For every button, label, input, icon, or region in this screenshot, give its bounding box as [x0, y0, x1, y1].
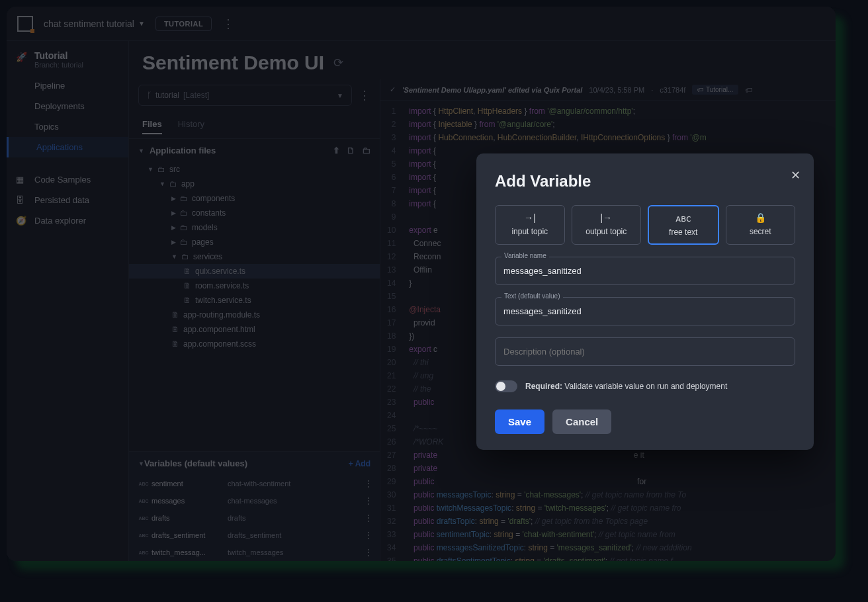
- file-app-routing.module.ts[interactable]: 🗎app-routing.module.ts: [129, 308, 380, 322]
- folder-app[interactable]: ▼🗀app: [129, 177, 380, 191]
- topbar: chat sentiment tutorial ▼ TUTORIAL ⋮: [7, 7, 836, 41]
- folder-constants[interactable]: ▶🗀constants: [129, 206, 380, 220]
- check-icon: ✓: [390, 85, 396, 94]
- logo-icon: [17, 16, 33, 32]
- chevron-down-icon: ▼: [337, 92, 343, 99]
- branch-select[interactable]: ᚴ tutorial [Latest] ▼: [138, 85, 352, 106]
- branch-name: tutorial: [155, 91, 179, 100]
- type-input-topic[interactable]: →|input topic: [495, 205, 565, 245]
- type-secret[interactable]: 🔒secret: [726, 205, 796, 245]
- variable-row[interactable]: ABCtwitch_messag...twitch_messages⋮: [129, 544, 380, 561]
- sidebar-item-topics[interactable]: Topics: [7, 116, 128, 137]
- sidebar-item-deployments[interactable]: Deployments: [7, 96, 128, 116]
- folder-src[interactable]: ▼🗀src: [129, 162, 380, 177]
- tag-icon[interactable]: 🏷 Tutorial...: [692, 85, 738, 95]
- refresh-icon[interactable]: ⟳: [333, 56, 343, 70]
- commit-message: 'Sentiment Demo UI/app.yaml' edited via …: [402, 86, 582, 94]
- branch-icon: ᚴ: [147, 91, 152, 100]
- close-icon[interactable]: ✕: [791, 168, 801, 183]
- upload-icon[interactable]: ⬆: [333, 146, 340, 155]
- type-output-topic[interactable]: |→output topic: [572, 205, 642, 245]
- folder-pages[interactable]: ▶🗀pages: [129, 235, 380, 249]
- sidebar-title: Tutorial: [34, 50, 119, 61]
- commit-date: 10/4/23, 5:58 PM: [589, 86, 644, 94]
- type-free-text[interactable]: ᴀʙᴄfree text: [648, 205, 719, 245]
- branch-tag: [Latest]: [183, 91, 209, 100]
- folder-models[interactable]: ▶🗀models: [129, 220, 380, 235]
- tab-files[interactable]: Files: [142, 115, 162, 134]
- sidebar-branch: Branch: tutorial: [34, 61, 119, 69]
- name-label: Variable name: [501, 252, 549, 259]
- file-app.component.scss[interactable]: 🗎app.component.scss: [129, 337, 380, 351]
- folder-services[interactable]: ▼🗀services: [129, 249, 380, 264]
- cancel-button[interactable]: Cancel: [552, 409, 611, 434]
- chevron-down-icon: ▼: [138, 20, 145, 27]
- branch-more-icon[interactable]: ⋮: [359, 88, 370, 103]
- description-input[interactable]: [495, 337, 795, 366]
- files-header: Application files: [150, 146, 216, 155]
- variable-row[interactable]: ABCdrafts_sentimentdrafts_sentiment⋮: [129, 527, 380, 544]
- sidebar-item-persisted-data[interactable]: 🗄Persisted data: [7, 190, 128, 210]
- sidebar-item-pipeline[interactable]: Pipeline: [7, 75, 128, 96]
- rocket-icon: 🚀: [16, 52, 27, 62]
- add-variable-modal: Add Variable ✕ →|input topic|→output top…: [476, 153, 814, 450]
- sidebar-item-applications[interactable]: Applications: [7, 137, 128, 157]
- commit-bar: ✓ 'Sentiment Demo UI/app.yaml' edited vi…: [380, 79, 836, 101]
- sidebar-item-code-samples[interactable]: ▦Code Samples: [7, 169, 128, 190]
- required-toggle[interactable]: [495, 380, 517, 392]
- variable-name-input[interactable]: [495, 257, 795, 285]
- save-button[interactable]: Save: [495, 409, 544, 434]
- chevron-down-icon[interactable]: ▼: [138, 460, 144, 467]
- file-room.service.ts[interactable]: 🗎room.service.ts: [129, 279, 380, 293]
- new-file-icon[interactable]: 🗋: [347, 146, 355, 155]
- project-name: chat sentiment tutorial: [44, 19, 134, 29]
- folder-components[interactable]: ▶🗀components: [129, 191, 380, 206]
- file-tabs: Files History: [129, 111, 380, 139]
- variables-header: Variables (default values): [144, 458, 247, 468]
- modal-title: Add Variable: [495, 172, 795, 191]
- page-title: Sentiment Demo UI: [142, 52, 324, 74]
- more-menu-icon[interactable]: ⋮: [222, 17, 234, 31]
- file-twitch.service.ts[interactable]: 🗎twitch.service.ts: [129, 293, 380, 308]
- variable-row[interactable]: ABCsentimentchat-with-sentiment⋮: [129, 475, 380, 492]
- sidebar: 🚀 Tutorial Branch: tutorial PipelineDepl…: [7, 41, 129, 561]
- required-label: Required:: [525, 382, 562, 391]
- file-app.component.html[interactable]: 🗎app.component.html: [129, 322, 380, 337]
- file-panel: ᚴ tutorial [Latest] ▼ ⋮ Files History ▼ …: [129, 79, 380, 561]
- tutorial-badge[interactable]: TUTORIAL: [155, 17, 212, 31]
- chevron-down-icon[interactable]: ▼: [138, 148, 144, 154]
- text-label: Text (default value): [501, 292, 563, 300]
- tag-icon[interactable]: 🏷: [745, 86, 752, 94]
- new-folder-icon[interactable]: 🗀: [362, 146, 370, 155]
- add-variable-link[interactable]: + Add: [349, 459, 370, 468]
- commit-hash[interactable]: c31784f: [660, 86, 685, 94]
- variables-panel: ▼ Variables (default values) + Add ABCse…: [129, 451, 380, 561]
- variable-row[interactable]: ABCmessageschat-messages⋮: [129, 492, 380, 509]
- variable-row[interactable]: ABCdraftsdrafts⋮: [129, 509, 380, 527]
- required-desc: Validate variable value on run and deplo…: [564, 382, 727, 391]
- file-quix.service.ts[interactable]: 🗎quix.service.ts: [129, 264, 380, 279]
- tab-history[interactable]: History: [178, 115, 204, 134]
- sidebar-item-data-explorer[interactable]: 🧭Data explorer: [7, 210, 128, 231]
- project-selector[interactable]: chat sentiment tutorial ▼: [44, 19, 145, 29]
- default-value-input[interactable]: [495, 297, 795, 325]
